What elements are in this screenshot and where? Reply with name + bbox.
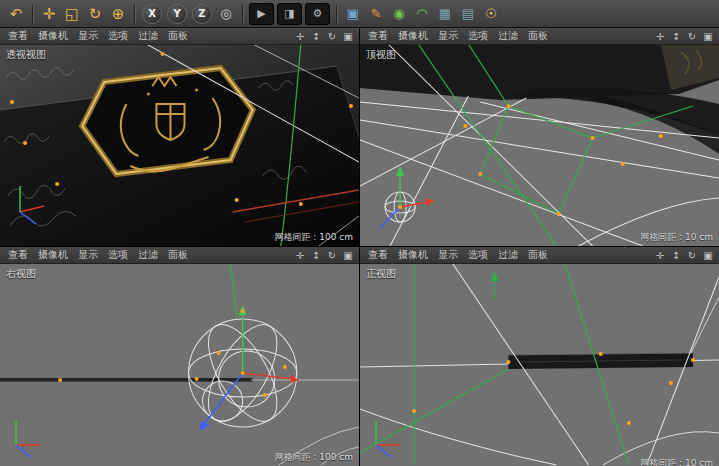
y-axis-lock-button[interactable]: Y xyxy=(167,4,187,24)
add-light-icon[interactable]: ☉ xyxy=(480,3,502,25)
toggle-viewport-icon[interactable]: ▣ xyxy=(342,250,354,261)
x-axis-lock-button[interactable]: X xyxy=(142,4,162,24)
toolbar-divider xyxy=(32,5,33,23)
menu-options[interactable]: 选项 xyxy=(103,248,133,262)
zoom-viewport-icon[interactable]: ↕ xyxy=(310,31,322,42)
menu-cameras[interactable]: 摄像机 xyxy=(33,248,73,262)
menu-panel[interactable]: 面板 xyxy=(163,248,193,262)
main-toolbar: ↶ ✛ ◱ ↻ ⊕ X Y Z ◎ ▶ ◨ ⚙ ▣ ✎ ◉ ◠ ▦ ▤ ☉ xyxy=(0,0,719,28)
viewport-top[interactable]: 查看 摄像机 显示 选项 过滤 面板 ✛ ↕ ↻ ▣ xyxy=(360,28,719,246)
viewport-label: 透视视图 xyxy=(6,48,46,62)
viewport-control-icons: ✛ ↕ ↻ ▣ xyxy=(654,250,716,261)
add-deformer-icon[interactable]: ◠ xyxy=(411,3,433,25)
zoom-viewport-icon[interactable]: ↕ xyxy=(670,31,682,42)
menu-display[interactable]: 显示 xyxy=(433,29,463,43)
gold-emblem-object[interactable] xyxy=(82,68,252,174)
menu-options[interactable]: 选项 xyxy=(463,248,493,262)
menu-view[interactable]: 查看 xyxy=(363,248,393,262)
viewport-control-icons: ✛ ↕ ↻ ▣ xyxy=(294,31,356,42)
viewport-grid: 查看 摄像机 显示 选项 过滤 面板 ✛ ↕ ↻ ▣ xyxy=(0,28,719,466)
viewport-right[interactable]: 查看 摄像机 显示 选项 过滤 面板 ✛ ↕ ↻ ▣ xyxy=(0,247,359,466)
grid-spacing-label: 网格间距 : 10 cm xyxy=(640,457,713,466)
top-view-scene[interactable] xyxy=(360,44,719,246)
add-generator-icon[interactable]: ◉ xyxy=(388,3,410,25)
menu-panel[interactable]: 面板 xyxy=(523,29,553,43)
toolbar-divider xyxy=(134,5,135,23)
viewport-label: 正视图 xyxy=(366,267,396,281)
menu-filter[interactable]: 过滤 xyxy=(133,29,163,43)
rotate-viewport-icon[interactable]: ↻ xyxy=(326,31,338,42)
rotate-viewport-icon[interactable]: ↻ xyxy=(686,31,698,42)
viewport-menubar: 查看 摄像机 显示 选项 过滤 面板 ✛ ↕ ↻ ▣ xyxy=(0,247,359,264)
grid-spacing-label: 网格间距 : 100 cm xyxy=(274,231,353,244)
last-used-tool-icon[interactable]: ⊕ xyxy=(107,3,129,25)
viewport-label: 右视图 xyxy=(6,267,36,281)
render-view-button[interactable]: ▶ xyxy=(249,3,274,25)
move-tool-icon[interactable]: ✛ xyxy=(38,3,60,25)
viewport-label: 顶视图 xyxy=(366,48,396,62)
toolbar-divider xyxy=(336,5,337,23)
render-settings-button[interactable]: ⚙ xyxy=(305,3,330,25)
menu-view[interactable]: 查看 xyxy=(3,248,33,262)
scale-tool-icon[interactable]: ◱ xyxy=(61,3,83,25)
grid-spacing-label: 网格间距 : 100 cm xyxy=(274,451,353,464)
front-view-scene[interactable] xyxy=(360,263,719,465)
rotate-viewport-icon[interactable]: ↻ xyxy=(686,250,698,261)
viewport-front[interactable]: 查看 摄像机 显示 选项 过滤 面板 ✛ ↕ ↻ ▣ xyxy=(360,247,719,466)
add-spline-icon[interactable]: ✎ xyxy=(365,3,387,25)
add-floor-icon[interactable]: ▤ xyxy=(457,3,479,25)
viewport-perspective[interactable]: 查看 摄像机 显示 选项 过滤 面板 ✛ ↕ ↻ ▣ xyxy=(0,28,359,246)
viewport-menubar: 查看 摄像机 显示 选项 过滤 面板 ✛ ↕ ↻ ▣ xyxy=(0,28,359,45)
menu-cameras[interactable]: 摄像机 xyxy=(393,248,433,262)
menu-panel[interactable]: 面板 xyxy=(523,248,553,262)
pan-viewport-icon[interactable]: ✛ xyxy=(294,31,306,42)
rotate-tool-icon[interactable]: ↻ xyxy=(84,3,106,25)
menu-cameras[interactable]: 摄像机 xyxy=(33,29,73,43)
menu-filter[interactable]: 过滤 xyxy=(493,248,523,262)
zoom-viewport-icon[interactable]: ↕ xyxy=(310,250,322,261)
menu-view[interactable]: 查看 xyxy=(363,29,393,43)
viewport-menubar: 查看 摄像机 显示 选项 过滤 面板 ✛ ↕ ↻ ▣ xyxy=(360,247,719,264)
pan-viewport-icon[interactable]: ✛ xyxy=(294,250,306,261)
menu-filter[interactable]: 过滤 xyxy=(493,29,523,43)
undo-icon[interactable]: ↶ xyxy=(5,3,27,25)
toolbar-divider xyxy=(242,5,243,23)
menu-panel[interactable]: 面板 xyxy=(163,29,193,43)
menu-filter[interactable]: 过滤 xyxy=(133,248,163,262)
menu-view[interactable]: 查看 xyxy=(3,29,33,43)
viewport-menubar: 查看 摄像机 显示 选项 过滤 面板 ✛ ↕ ↻ ▣ xyxy=(360,28,719,45)
coordinate-system-icon[interactable]: ◎ xyxy=(215,3,237,25)
zoom-viewport-icon[interactable]: ↕ xyxy=(670,250,682,261)
pan-viewport-icon[interactable]: ✛ xyxy=(654,250,666,261)
rotate-viewport-icon[interactable]: ↻ xyxy=(326,250,338,261)
menu-cameras[interactable]: 摄像机 xyxy=(393,29,433,43)
toggle-viewport-icon[interactable]: ▣ xyxy=(702,250,714,261)
pan-viewport-icon[interactable]: ✛ xyxy=(654,31,666,42)
render-picture-viewer-button[interactable]: ◨ xyxy=(277,3,302,25)
z-axis-lock-button[interactable]: Z xyxy=(192,4,212,24)
menu-options[interactable]: 选项 xyxy=(463,29,493,43)
viewport-control-icons: ✛ ↕ ↻ ▣ xyxy=(294,250,356,261)
menu-display[interactable]: 显示 xyxy=(73,248,103,262)
right-view-scene[interactable] xyxy=(0,263,359,465)
toggle-viewport-icon[interactable]: ▣ xyxy=(342,31,354,42)
menu-options[interactable]: 选项 xyxy=(103,29,133,43)
grid-spacing-label: 网格间距 : 10 cm xyxy=(640,231,713,244)
toggle-viewport-icon[interactable]: ▣ xyxy=(702,31,714,42)
menu-display[interactable]: 显示 xyxy=(433,248,463,262)
menu-display[interactable]: 显示 xyxy=(73,29,103,43)
viewport-control-icons: ✛ ↕ ↻ ▣ xyxy=(654,31,716,42)
perspective-scene[interactable] xyxy=(0,44,359,246)
add-array-icon[interactable]: ▦ xyxy=(434,3,456,25)
add-cube-icon[interactable]: ▣ xyxy=(342,3,364,25)
scene-background xyxy=(0,263,359,465)
